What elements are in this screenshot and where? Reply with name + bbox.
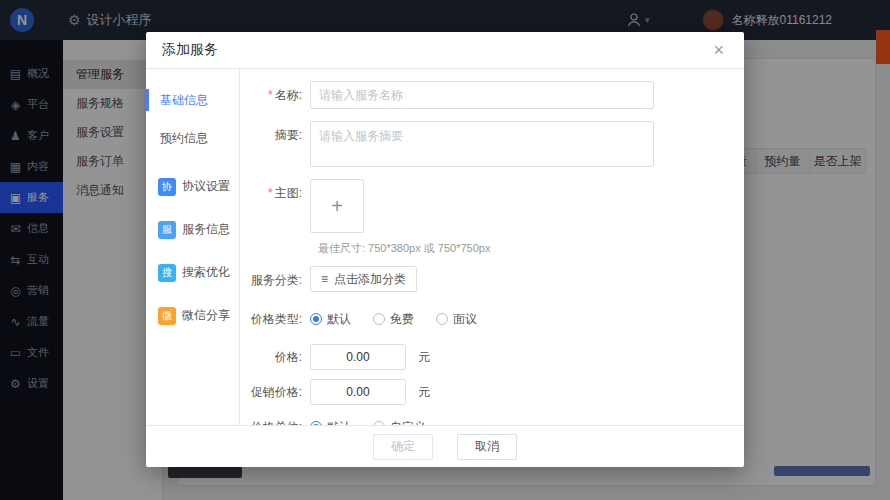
name-label: *名称: (244, 81, 310, 109)
close-icon[interactable]: × (709, 39, 728, 61)
radio-icon (373, 313, 385, 325)
summary-label: 摘要: (244, 121, 310, 149)
tab-label: 协议设置 (182, 178, 230, 195)
price-unit-text: 元 (418, 344, 430, 370)
promo-price-label: 促销价格: (244, 379, 310, 405)
tab-basic-info[interactable]: 基础信息 (146, 81, 239, 119)
image-upload-box[interactable]: + (310, 179, 364, 233)
wechat-share-icon: 微 (158, 307, 176, 325)
price-type-radio-group: 默认 免费 面议 (310, 306, 477, 332)
main-image-label: *主图: (244, 179, 310, 207)
tab-label: 预约信息 (160, 130, 208, 147)
price-unit-radio-group: 默认 自定义 (310, 414, 426, 425)
radio-price-free[interactable]: 免费 (373, 311, 414, 328)
tab-label: 搜索优化 (182, 264, 230, 281)
form-row-promo-price: 促销价格: 元 (244, 379, 720, 405)
service-form: *名称: 摘要: *主图: + 最佳尺寸: 750*380px 或 750*75… (240, 69, 744, 425)
promo-price-unit-text: 元 (418, 379, 430, 405)
tab-label: 微信分享 (182, 307, 230, 324)
radio-price-default[interactable]: 默认 (310, 311, 351, 328)
tab-service-info[interactable]: 服 服务信息 (146, 208, 239, 251)
image-size-hint: 最佳尺寸: 750*380px 或 750*750px (318, 241, 720, 256)
button-label: 点击添加分类 (334, 271, 406, 288)
service-info-icon: 服 (158, 221, 176, 239)
add-category-button[interactable]: ≡ 点击添加分类 (310, 266, 417, 292)
form-row-summary: 摘要: (244, 121, 720, 167)
form-row-category: 服务分类: ≡ 点击添加分类 (244, 266, 720, 294)
required-mark: * (268, 88, 273, 102)
form-row-price: 价格: 元 (244, 344, 720, 370)
radio-label: 面议 (453, 311, 477, 328)
modal-tab-list: 基础信息 预约信息 协 协议设置 服 服务信息 搜 搜索优化 微 微信分享 (146, 69, 240, 425)
label-text: 摘要: (275, 128, 302, 142)
radio-label: 默认 (327, 311, 351, 328)
radio-label: 免费 (390, 311, 414, 328)
list-icon: ≡ (321, 272, 328, 286)
price-input[interactable] (310, 344, 406, 370)
price-unit-label: 价格单位: (244, 414, 310, 425)
label-text: 价格类型: (251, 312, 302, 326)
form-row-price-unit: 价格单位: 默认 自定义 (244, 414, 720, 425)
tab-label: 服务信息 (182, 221, 230, 238)
radio-price-negotiable[interactable]: 面议 (436, 311, 477, 328)
price-label: 价格: (244, 344, 310, 370)
category-label: 服务分类: (244, 266, 310, 294)
agreement-icon: 协 (158, 178, 176, 196)
label-text: 促销价格: (251, 385, 302, 399)
tab-label: 基础信息 (160, 92, 208, 109)
plus-icon: + (331, 195, 343, 218)
modal-header: 添加服务 × (146, 32, 744, 69)
label-text: 名称: (275, 88, 302, 102)
service-summary-input[interactable] (310, 121, 654, 167)
required-mark: * (268, 186, 273, 200)
form-row-main-image: *主图: + (244, 179, 720, 233)
form-row-price-type: 价格类型: 默认 免费 面议 (244, 306, 720, 332)
modal-title: 添加服务 (162, 41, 218, 59)
modal-footer: 确定 取消 (146, 425, 744, 467)
radio-icon (373, 421, 385, 425)
tab-wechat-share[interactable]: 微 微信分享 (146, 294, 239, 337)
tab-search-optimization[interactable]: 搜 搜索优化 (146, 251, 239, 294)
modal-body: 基础信息 预约信息 协 协议设置 服 服务信息 搜 搜索优化 微 微信分享 (146, 69, 744, 425)
label-text: 价格: (275, 350, 302, 364)
form-row-name: *名称: (244, 81, 720, 109)
radio-icon (310, 313, 322, 325)
add-service-modal: 添加服务 × 基础信息 预约信息 协 协议设置 服 服务信息 搜 搜索优化 (146, 32, 744, 467)
radio-icon (436, 313, 448, 325)
promo-price-input[interactable] (310, 379, 406, 405)
label-text: 服务分类: (251, 273, 302, 287)
service-name-input[interactable] (310, 81, 654, 109)
search-optimization-icon: 搜 (158, 264, 176, 282)
tab-booking-info[interactable]: 预约信息 (146, 119, 239, 157)
price-type-label: 价格类型: (244, 306, 310, 332)
confirm-button[interactable]: 确定 (373, 434, 433, 460)
label-text: 主图: (275, 186, 302, 200)
cancel-button[interactable]: 取消 (457, 434, 517, 460)
tab-agreement-settings[interactable]: 协 协议设置 (146, 165, 239, 208)
radio-icon (310, 421, 322, 425)
